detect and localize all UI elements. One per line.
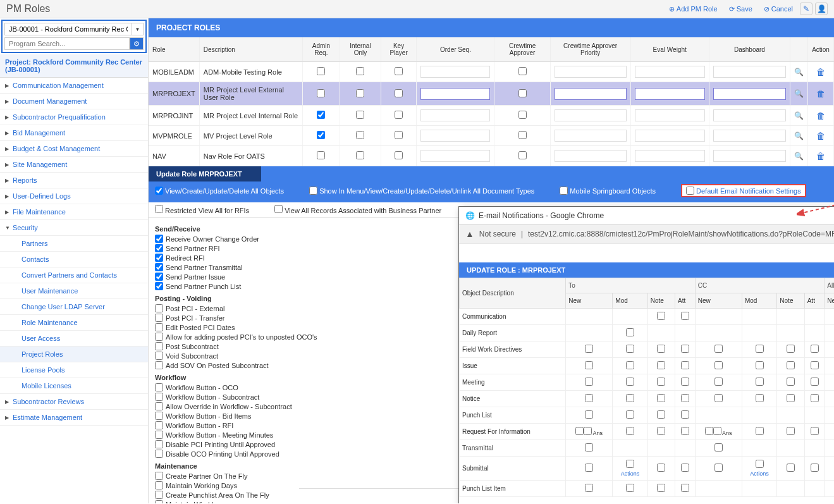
notif-checkbox[interactable]	[626, 345, 634, 353]
role-option-checkbox[interactable]	[155, 187, 163, 195]
search-icon[interactable]: 🔍	[794, 132, 804, 140]
notif-checkbox[interactable]	[681, 410, 689, 419]
dashboard-input[interactable]	[713, 88, 786, 100]
search-icon[interactable]: 🔍	[794, 68, 804, 77]
notif-checkbox[interactable]	[811, 378, 819, 386]
checklist-checkbox[interactable]	[155, 244, 163, 252]
order-input[interactable]	[420, 150, 490, 162]
internal-checkbox[interactable]	[356, 67, 364, 75]
sidebar-sub-item[interactable]: Contacts	[0, 252, 148, 267]
notif-checkbox[interactable]	[657, 484, 665, 492]
sidebar-item[interactable]: Site Management	[0, 157, 148, 173]
role-option[interactable]: View/Create/Update/Delete All Objects	[155, 187, 284, 195]
notif-checkbox[interactable]	[626, 394, 634, 402]
notif-ans-checkbox[interactable]	[713, 427, 721, 435]
checklist-checkbox[interactable]	[155, 304, 163, 312]
sidebar-item[interactable]: Budget & Cost Management	[0, 141, 148, 157]
notif-checkbox[interactable]	[811, 394, 819, 402]
notif-checkbox[interactable]	[714, 361, 723, 369]
actions-link[interactable]: Actions	[615, 470, 644, 477]
sidebar-sub-item[interactable]: Convert Partners and Contacts	[0, 267, 148, 283]
checklist-checkbox[interactable]	[155, 383, 163, 391]
role-option[interactable]: Show In Menu/View/Create/Update/Delete/U…	[309, 187, 534, 195]
eval-weight-input[interactable]	[635, 130, 705, 142]
notif-checkbox[interactable]	[681, 378, 689, 386]
admin-checkbox[interactable]	[317, 89, 325, 97]
checklist-checkbox[interactable]	[155, 352, 163, 360]
notif-checkbox[interactable]	[626, 427, 634, 435]
checklist-checkbox[interactable]	[155, 323, 163, 331]
admin-checkbox[interactable]	[317, 111, 325, 119]
notif-checkbox[interactable]	[681, 345, 689, 353]
notif-checkbox[interactable]	[585, 345, 593, 353]
admin-checkbox[interactable]	[317, 131, 325, 139]
checklist-checkbox[interactable]	[155, 333, 163, 341]
notif-checkbox[interactable]	[811, 427, 819, 435]
notif-checkbox[interactable]	[756, 361, 764, 369]
delete-icon[interactable]: 🗑	[816, 131, 825, 141]
sidebar-sub-item[interactable]: Change User LDAP Server	[0, 299, 148, 315]
notif-checkbox[interactable]	[714, 464, 723, 472]
notif-checkbox[interactable]	[626, 328, 634, 336]
checklist-checkbox[interactable]	[155, 361, 163, 369]
sidebar-sub-item[interactable]: Project Roles	[0, 347, 148, 362]
sidebar-item[interactable]: Bid Management	[0, 125, 148, 141]
notif-checkbox[interactable]	[585, 394, 593, 402]
notif-checkbox[interactable]	[756, 394, 764, 402]
notif-checkbox[interactable]	[681, 312, 689, 320]
notif-checkbox[interactable]	[585, 484, 593, 492]
notif-checkbox[interactable]	[756, 378, 764, 386]
checklist-checkbox[interactable]	[155, 282, 163, 290]
notif-checkbox[interactable]	[756, 345, 764, 353]
crewtime-priority-input[interactable]	[555, 150, 627, 162]
notif-checkbox[interactable]	[756, 460, 764, 468]
notif-checkbox[interactable]	[714, 345, 723, 353]
checklist-checkbox[interactable]	[155, 450, 163, 458]
checklist-checkbox[interactable]	[155, 314, 163, 322]
notif-checkbox[interactable]	[585, 443, 593, 452]
notif-checkbox[interactable]	[787, 378, 795, 386]
internal-checkbox[interactable]	[356, 111, 364, 119]
notif-checkbox[interactable]	[657, 378, 665, 386]
checklist-checkbox[interactable]	[155, 491, 163, 499]
search-icon[interactable]: 🔍	[794, 89, 804, 98]
notif-checkbox[interactable]	[626, 410, 634, 419]
role-option-checkbox[interactable]	[309, 187, 317, 195]
update-role-tab[interactable]: Update Role MRPROJEXT	[149, 166, 261, 181]
sidebar-sub-item[interactable]: User Access	[0, 331, 148, 347]
internal-checkbox[interactable]	[356, 131, 364, 139]
sidebar-sub-item[interactable]: User Maintenance	[0, 283, 148, 299]
save-button[interactable]: ⟳ Save	[725, 3, 757, 15]
notif-checkbox[interactable]	[626, 484, 634, 492]
sidebar-item[interactable]: Estimate Management	[0, 410, 148, 426]
role-option-checkbox[interactable]	[155, 205, 163, 213]
sidebar-item[interactable]: Security	[0, 220, 148, 236]
delete-icon[interactable]: 🗑	[816, 89, 825, 99]
table-row[interactable]: MVPMROLEMV Project Level Role🔍🗑	[149, 126, 834, 146]
notif-checkbox[interactable]	[657, 410, 665, 419]
notif-checkbox[interactable]	[787, 345, 795, 353]
notif-checkbox[interactable]	[705, 427, 713, 435]
search-icon[interactable]: 🔍	[794, 152, 804, 161]
key-checkbox[interactable]	[395, 89, 403, 97]
role-option-checkbox[interactable]	[686, 187, 694, 195]
table-row[interactable]: MRPROJEXTMR Project Level External User …	[149, 82, 834, 106]
key-checkbox[interactable]	[395, 111, 403, 119]
notif-checkbox[interactable]	[657, 427, 665, 435]
notif-checkbox[interactable]	[657, 312, 665, 320]
notif-checkbox[interactable]	[714, 443, 723, 452]
role-option[interactable]: Restricted View All for RFIs	[155, 205, 249, 214]
notif-checkbox[interactable]	[681, 464, 689, 472]
crewtime-checkbox[interactable]	[518, 111, 527, 119]
add-pm-role-button[interactable]: ⊕ Add PM Role	[665, 3, 722, 15]
eval-weight-input[interactable]	[635, 66, 705, 78]
checklist-checkbox[interactable]	[155, 273, 163, 281]
sidebar-sub-item[interactable]: Role Maintenance	[0, 315, 148, 331]
delete-icon[interactable]: 🗑	[816, 151, 825, 161]
delete-icon[interactable]: 🗑	[816, 67, 825, 77]
table-row[interactable]: MOBILEADMADM-Mobile Testing Role🔍🗑	[149, 62, 834, 82]
user-icon[interactable]: 👤	[815, 3, 828, 15]
dashboard-input[interactable]	[713, 109, 786, 121]
program-search-gear-icon[interactable]: ⚙	[130, 37, 144, 50]
order-input[interactable]	[420, 66, 490, 78]
